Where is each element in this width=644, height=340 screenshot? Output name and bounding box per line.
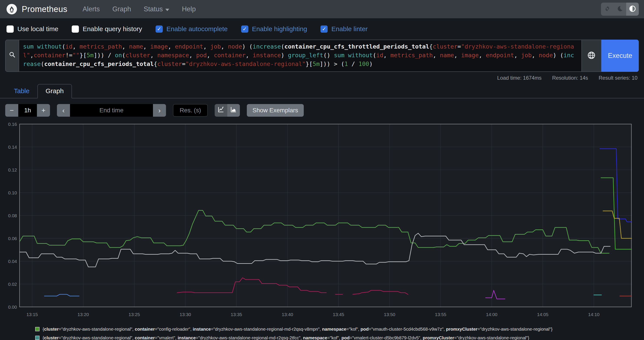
line-chart-icon (218, 106, 224, 114)
x-axis-label: 14:10 (588, 312, 600, 317)
explain-query-button[interactable] (582, 40, 602, 72)
x-axis-label: 14:00 (486, 312, 498, 317)
legend-item[interactable]: {cluster="dryzhkov-aws-standalone-region… (35, 325, 612, 333)
show-exemplars-button[interactable]: Show Exemplars (247, 104, 304, 117)
moon-icon (616, 6, 623, 13)
x-axis-label: 13:30 (180, 312, 191, 317)
chart-type-toggle (215, 104, 240, 117)
y-axis-label: 0.10 (8, 190, 17, 195)
load-time: Load time: 1674ms (497, 75, 542, 81)
x-axis-label: 13:40 (282, 312, 293, 317)
checkbox-label: Use local time (18, 25, 58, 33)
decrease-range-button[interactable]: − (5, 104, 18, 117)
stacked-chart-button[interactable] (227, 104, 240, 117)
x-axis-label: 14:05 (537, 312, 548, 317)
end-time-input[interactable] (70, 104, 153, 117)
y-axis-label: 0.12 (8, 167, 17, 173)
theme-light-button[interactable] (601, 3, 614, 16)
theme-auto-button[interactable] (626, 3, 639, 16)
query-stats: Load time: 1674ms Resolution: 14s Result… (0, 72, 644, 81)
increase-range-button[interactable]: + (37, 104, 50, 117)
prometheus-logo-icon (6, 4, 17, 14)
legend-labels: {cluster="dryzhkov-aws-standalone-region… (42, 333, 529, 340)
checkbox-enable-highlighting[interactable]: ✓Enable highlighting (241, 25, 307, 33)
checkbox-label: Enable highlighting (252, 25, 307, 33)
checkbox-label: Enable linter (331, 25, 368, 33)
checkbox-box[interactable] (6, 26, 14, 33)
checkbox-box[interactable]: ✓ (156, 26, 163, 33)
range-input[interactable] (18, 104, 37, 117)
options-row: Use local timeEnable query history✓Enabl… (0, 18, 644, 38)
execute-button[interactable]: Execute (602, 40, 639, 72)
globe-icon (587, 51, 596, 61)
resolution: Resolution: 14s (552, 75, 588, 81)
search-icon (9, 51, 16, 59)
legend-swatch (35, 336, 40, 340)
check-icon: ✓ (322, 26, 326, 32)
x-axis-label: 13:35 (231, 312, 242, 317)
app-title: Prometheus (22, 5, 67, 14)
back-in-time-button[interactable]: ‹ (57, 104, 70, 117)
navbar: Prometheus Alerts Graph Status Help (0, 0, 644, 18)
nav-links: Alerts Graph Status Help (82, 5, 196, 13)
chevron-down-icon (165, 9, 169, 11)
panel-tabs: Table Graph (0, 84, 644, 98)
y-axis-label: 0.00 (8, 304, 17, 309)
x-axis-label: 13:20 (78, 312, 89, 317)
x-axis-label: 13:45 (333, 312, 344, 317)
y-axis-label: 0.02 (8, 282, 17, 287)
tab-graph[interactable]: Graph (37, 84, 72, 98)
chart-canvas[interactable]: 0.000.020.040.060.080.100.120.140.1613:1… (0, 121, 644, 323)
legend-labels: {cluster="dryzhkov-aws-standalone-region… (42, 325, 552, 333)
query-panel: sum without(id, metrics_path, name, imag… (5, 40, 639, 72)
checkbox-box[interactable]: ✓ (241, 26, 248, 33)
range-stepper: − + (5, 104, 50, 117)
checkbox-enable-query-history[interactable]: Enable query history (72, 25, 142, 33)
legend-item[interactable]: {cluster="dryzhkov-aws-standalone-region… (35, 333, 612, 340)
query-expression-input[interactable]: sum without(id, metrics_path, name, imag… (19, 40, 582, 72)
checkbox-label: Enable autocomplete (166, 25, 228, 33)
checkbox-enable-autocomplete[interactable]: ✓Enable autocomplete (156, 25, 228, 33)
graph-chart[interactable]: 0.000.020.040.060.080.100.120.140.1613:1… (0, 121, 644, 324)
check-icon: ✓ (157, 26, 161, 32)
endtime-stepper: ‹ › (57, 104, 166, 117)
tab-table[interactable]: Table (6, 84, 37, 98)
x-axis-label: 13:50 (384, 312, 396, 317)
stacked-chart-icon (230, 106, 237, 114)
checkbox-box[interactable] (72, 26, 79, 33)
checkbox-enable-linter[interactable]: ✓Enable linter (320, 25, 368, 33)
brand[interactable]: Prometheus (6, 4, 67, 14)
circle-half-icon (629, 5, 636, 13)
checkbox-use-local-time[interactable]: Use local time (6, 25, 58, 33)
y-axis-label: 0.14 (8, 144, 17, 149)
forward-in-time-button[interactable]: › (153, 104, 166, 117)
y-axis-label: 0.08 (8, 213, 17, 218)
checkbox-label: Enable query history (82, 25, 142, 33)
check-icon: ✓ (242, 26, 247, 32)
metrics-explorer-button[interactable] (5, 40, 19, 72)
nav-item-help[interactable]: Help (182, 5, 196, 13)
line-chart-button[interactable] (215, 104, 227, 117)
y-axis-label: 0.16 (8, 122, 17, 127)
result-series: Result series: 10 (598, 75, 638, 81)
graph-toolbar: − + ‹ › Show Exemplars (5, 104, 644, 117)
x-axis-label: 13:15 (26, 312, 38, 317)
nav-item-graph[interactable]: Graph (112, 5, 131, 13)
nav-item-alerts[interactable]: Alerts (82, 5, 100, 13)
y-axis-label: 0.04 (8, 259, 17, 264)
x-axis-label: 13:25 (129, 312, 140, 317)
series-legend: {cluster="dryzhkov-aws-standalone-region… (35, 325, 612, 340)
checkbox-box[interactable]: ✓ (320, 26, 328, 33)
y-axis-label: 0.06 (8, 236, 17, 241)
theme-dark-button[interactable] (614, 3, 626, 16)
legend-swatch (35, 327, 40, 331)
sun-icon (604, 5, 611, 13)
resolution-input[interactable] (173, 104, 208, 117)
x-axis-label: 13:55 (435, 312, 446, 317)
nav-item-status[interactable]: Status (144, 5, 169, 13)
theme-toggle (601, 3, 639, 16)
